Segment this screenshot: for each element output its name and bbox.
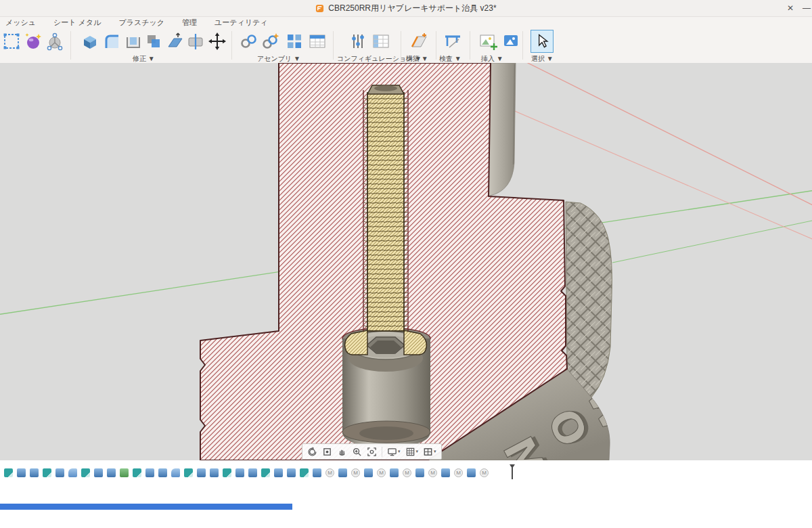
timeline-feature-icon[interactable] — [81, 468, 90, 477]
cube-icon — [80, 31, 100, 51]
pattern-button[interactable] — [284, 31, 304, 51]
timeline-feature-icon[interactable]: M — [454, 468, 463, 477]
timeline-feature-icon[interactable] — [235, 468, 244, 477]
timeline-feature-icon[interactable] — [120, 468, 129, 477]
cursor-icon — [533, 32, 551, 50]
toolbar-tabs: メッシュ シート メタル プラスチック 管理 ユーティリティ — [5, 18, 267, 28]
parameters-table-button[interactable] — [307, 31, 328, 51]
timeline-feature-icon[interactable] — [274, 468, 283, 477]
timeline-feature-icon[interactable] — [248, 468, 257, 477]
bolt-shaft[interactable] — [363, 85, 408, 331]
timeline-feature-icon[interactable] — [415, 468, 424, 477]
timeline-feature-icon[interactable] — [55, 468, 64, 477]
assembly-group-label[interactable]: アセンブリ ▼ — [257, 54, 300, 64]
bolt-head[interactable] — [345, 330, 427, 372]
new-component-button[interactable] — [238, 31, 258, 51]
joint-button[interactable] — [260, 31, 280, 51]
tab-manage[interactable]: 管理 — [182, 18, 197, 28]
timeline-feature-icon[interactable] — [390, 468, 399, 477]
timeline-feature-icon[interactable]: M — [480, 468, 489, 477]
toolbar-separator — [401, 31, 401, 60]
timeline-feature-icon[interactable] — [68, 468, 77, 477]
timeline-feature-icon[interactable] — [43, 468, 51, 477]
navbar-separator — [382, 447, 382, 457]
timeline-feature-icon[interactable] — [210, 468, 219, 477]
move-copy-button[interactable] — [207, 31, 227, 51]
mesh-section-button[interactable] — [1, 31, 22, 51]
timeline-feature-icon[interactable] — [4, 468, 13, 477]
offset-face-button[interactable] — [165, 31, 185, 51]
timeline-feature-icon[interactable] — [338, 468, 347, 477]
timeline-feature-icon[interactable] — [441, 468, 450, 477]
modify-group-label[interactable]: 修正 ▼ — [133, 54, 155, 64]
caliper-icon — [443, 31, 463, 51]
timeline-feature-icon[interactable]: M — [403, 468, 411, 477]
timeline-feature-icon[interactable] — [145, 468, 154, 477]
move-icon — [207, 31, 227, 51]
display-settings-icon[interactable]: ▾ — [387, 447, 401, 457]
timeline-feature-icon[interactable]: M — [351, 468, 360, 477]
timeline-feature-icon[interactable] — [30, 468, 39, 477]
construct-plane-button[interactable] — [409, 31, 429, 51]
fillet-button[interactable] — [102, 31, 122, 51]
timeline-feature-icon[interactable] — [223, 468, 231, 477]
tab-sheet-metal[interactable]: シート メタル — [53, 18, 101, 28]
timeline-feature-icon[interactable] — [184, 468, 193, 477]
timeline-feature-icon[interactable] — [364, 468, 373, 477]
timeline-feature-icon[interactable] — [158, 468, 167, 477]
cylinder-surface[interactable] — [489, 63, 516, 196]
shell-button[interactable] — [123, 31, 143, 51]
construct-group-label[interactable]: 構築 ▼ — [406, 54, 428, 64]
insert-decal-button[interactable] — [501, 31, 521, 51]
split-body-icon — [185, 31, 206, 51]
timeline-feature-icon[interactable] — [313, 468, 321, 477]
knurled-surface[interactable] — [566, 202, 612, 397]
timeline-feature-icon[interactable]: M — [377, 468, 386, 477]
timeline-feature-icon[interactable] — [300, 468, 309, 477]
grid-settings-icon[interactable]: ▾ — [405, 447, 419, 457]
toolbar-separator — [333, 31, 334, 60]
timeline-feature-icon[interactable] — [171, 468, 180, 477]
timeline-feature-icon[interactable] — [467, 468, 476, 477]
timeline-feature-icon[interactable] — [17, 468, 26, 477]
minimize-icon[interactable]: — — [797, 0, 812, 16]
viewports-icon[interactable]: ▾ — [423, 447, 436, 457]
timeline-feature-icon[interactable] — [133, 468, 141, 477]
insert-group-label[interactable]: 挿入 ▼ — [481, 54, 503, 64]
timeline-feature-icon[interactable] — [107, 468, 116, 477]
toolbar-separator — [70, 31, 71, 60]
select-group-label[interactable]: 選択 ▼ — [531, 54, 554, 64]
insert-canvas-button[interactable] — [478, 31, 498, 51]
fit-icon[interactable] — [367, 447, 377, 457]
insert-mesh-button[interactable] — [23, 31, 43, 51]
status-progress-bar — [0, 504, 292, 510]
joint-icon — [260, 31, 280, 51]
tab-utilities[interactable]: ユーティリティ — [215, 18, 268, 28]
tab-plastic[interactable]: プラスチック — [118, 18, 164, 28]
timeline-feature-icon[interactable]: M — [325, 468, 334, 477]
inspect-group-label[interactable]: 検査 ▼ — [439, 54, 461, 64]
orbit-icon[interactable] — [307, 447, 317, 457]
timeline-playhead[interactable] — [509, 464, 516, 481]
viewport[interactable]: MOW MOW — [0, 63, 812, 460]
configuration-table-button[interactable] — [371, 31, 391, 51]
timeline-feature-icon[interactable]: M — [428, 468, 437, 477]
construct-plane-icon — [409, 31, 429, 51]
timeline-feature-icon[interactable] — [197, 468, 206, 477]
reduce-mesh-button[interactable] — [45, 31, 65, 51]
look-at-icon[interactable] — [322, 447, 332, 457]
viewport-canvas[interactable]: MOW MOW — [0, 63, 812, 460]
split-body-button[interactable] — [185, 31, 206, 51]
timeline-feature-icon[interactable] — [261, 468, 270, 477]
measure-button[interactable] — [443, 31, 463, 51]
press-pull-button[interactable] — [80, 31, 100, 51]
grid-squares-icon — [284, 31, 304, 51]
select-button[interactable] — [531, 30, 554, 53]
configure-button[interactable] — [348, 31, 368, 51]
zoom-icon[interactable] — [352, 447, 362, 457]
pan-icon[interactable] — [337, 447, 347, 457]
tab-mesh[interactable]: メッシュ — [5, 18, 36, 28]
timeline-feature-icon[interactable] — [94, 468, 103, 477]
timeline-feature-icon[interactable] — [287, 468, 296, 477]
combine-button[interactable] — [143, 31, 164, 51]
